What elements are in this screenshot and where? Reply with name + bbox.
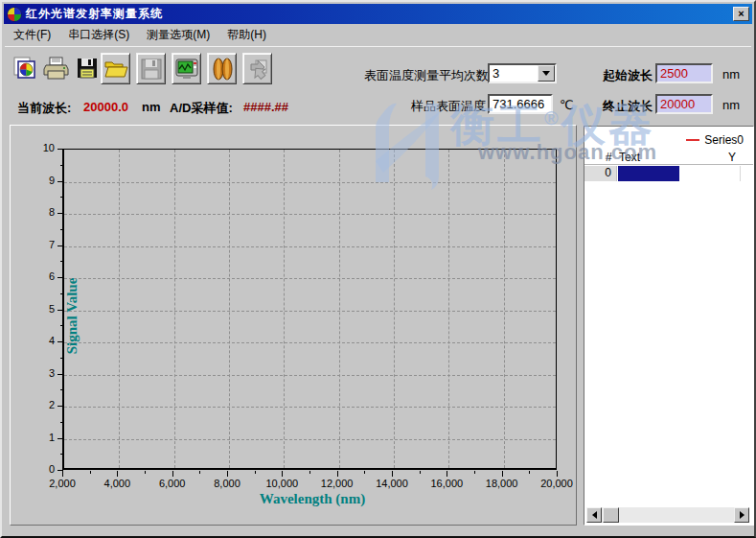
h-gridline	[64, 439, 556, 440]
chart-icon[interactable]	[11, 54, 37, 82]
row-index-cell[interactable]: 0	[584, 166, 617, 181]
x-tick-label: 10,000	[258, 478, 306, 489]
close-button[interactable]: ×	[733, 7, 749, 21]
menu-file[interactable]: 文件(F)	[5, 25, 59, 45]
horizontal-scrollbar[interactable]	[586, 507, 749, 523]
x-tick-mark	[337, 471, 338, 477]
h-gridline	[64, 342, 556, 343]
x-tick-label: 20,000	[533, 478, 581, 489]
menu-serial-port[interactable]: 串口选择(S)	[59, 25, 138, 45]
h-gridline	[64, 407, 556, 408]
y-tick-mark	[57, 149, 63, 150]
save-file-button-disabled[interactable]	[136, 53, 166, 84]
y-value-cell[interactable]	[679, 166, 741, 181]
y-tick-mark	[57, 246, 63, 246]
data-grid-row[interactable]: 0	[584, 166, 753, 181]
scroll-left-button[interactable]	[586, 507, 602, 523]
h-gridline	[64, 182, 556, 183]
x-tick-mark	[172, 471, 173, 477]
x-tick-mark	[282, 471, 283, 477]
data-grid-header: # Text Y	[584, 150, 753, 165]
lens-pair-icon	[211, 57, 234, 82]
lens-button[interactable]	[207, 53, 237, 84]
y-tick-label: 10	[26, 142, 55, 153]
y-minor-tick	[60, 197, 63, 198]
menu-measure-options[interactable]: 测量选项(M)	[138, 25, 218, 45]
x-minor-tick	[364, 471, 365, 474]
y-tick-mark	[57, 213, 63, 214]
start-wavelength-field[interactable]: 2500	[655, 63, 713, 83]
triangle-left-icon	[592, 511, 597, 519]
x-tick-label: 6,000	[149, 478, 196, 489]
x-tick-mark	[62, 471, 63, 477]
y-tick-mark	[57, 406, 63, 407]
print-icon[interactable]	[43, 54, 70, 82]
x-tick-mark	[392, 471, 393, 477]
scrollbar-thumb[interactable]	[603, 507, 619, 523]
y-tick-label: 0	[26, 463, 55, 475]
open-file-button[interactable]	[101, 53, 130, 84]
v-gridline	[229, 150, 230, 468]
x-minor-tick	[420, 471, 421, 474]
x-minor-tick	[529, 471, 530, 474]
y-minor-tick	[60, 165, 63, 166]
open-folder-icon	[103, 58, 128, 80]
save-icon[interactable]	[74, 54, 101, 82]
text-cell-selected[interactable]	[618, 166, 679, 181]
save-disabled-icon	[140, 58, 163, 81]
avg-count-combobox[interactable]: 3	[488, 63, 557, 83]
column-header-y: Y	[728, 151, 736, 164]
y-minor-tick	[60, 389, 63, 390]
avg-count-label: 表面温度测量平均次数	[364, 67, 489, 84]
y-tick-label: 7	[26, 239, 55, 250]
y-tick-label: 2	[26, 399, 55, 410]
v-gridline	[284, 150, 285, 468]
y-tick-mark	[57, 277, 63, 278]
x-tick-label: 2,000	[38, 478, 86, 489]
sample-temp-unit: ℃	[560, 98, 574, 112]
y-minor-tick	[60, 229, 63, 230]
scroll-right-button[interactable]	[734, 507, 749, 523]
h-gridline	[64, 246, 556, 247]
y-minor-tick	[60, 293, 63, 294]
x-axis-title: Wavelength (nm)	[183, 491, 442, 507]
x-tick-label: 14,000	[368, 478, 416, 489]
title-bar: 红外光谱发射率测量系统 ×	[4, 4, 752, 24]
h-gridline	[64, 375, 556, 376]
y-tick-label: 9	[26, 175, 55, 186]
y-tick-mark	[57, 341, 63, 342]
window-title: 红外光谱发射率测量系统	[26, 6, 163, 22]
y-tick-mark	[57, 438, 63, 439]
y-minor-tick	[60, 358, 63, 359]
v-gridline	[504, 150, 505, 468]
y-tick-label: 1	[26, 432, 55, 443]
menu-help[interactable]: 帮助(H)	[218, 25, 275, 45]
sample-temp-field[interactable]: 731.6666	[488, 94, 553, 114]
x-tick-label: 8,000	[203, 478, 251, 489]
x-tick-label: 18,000	[478, 478, 526, 489]
plot-area	[62, 149, 557, 470]
chart-legend: Series0	[686, 133, 744, 147]
series-data-panel: Series0 # Text Y 0	[584, 126, 754, 526]
chart-panel: Signal Value Wavelength (nm) 01234567891…	[10, 125, 577, 526]
current-wavelength-value: 20000.0	[83, 100, 128, 114]
v-gridline	[339, 150, 340, 468]
menu-bar: 文件(F) 串口选择(S) 测量选项(M) 帮助(H)	[5, 25, 751, 45]
end-wavelength-unit: nm	[722, 98, 740, 112]
x-tick-mark	[117, 471, 118, 477]
y-tick-label: 6	[26, 270, 55, 282]
export-disabled-icon	[246, 58, 269, 81]
combo-dropdown-button[interactable]	[538, 65, 555, 82]
current-wavelength-unit: nm	[142, 100, 161, 114]
x-tick-label: 16,000	[423, 478, 470, 489]
chevron-down-icon	[542, 71, 550, 76]
x-minor-tick	[474, 471, 475, 474]
y-minor-tick	[60, 454, 63, 455]
scope-view-button[interactable]	[172, 53, 201, 84]
end-wavelength-field[interactable]: 20000	[655, 94, 713, 114]
export-button-disabled[interactable]	[242, 53, 272, 84]
legend-series-name: Series0	[704, 133, 744, 147]
x-minor-tick	[145, 471, 146, 474]
x-tick-mark	[227, 471, 228, 477]
x-tick-mark	[502, 471, 503, 477]
